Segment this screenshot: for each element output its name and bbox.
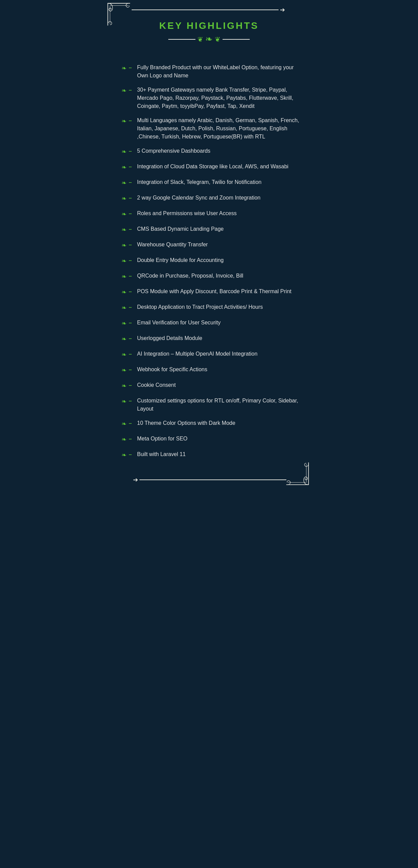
list-item: ❧Double Entry Module for Accounting: [121, 256, 300, 266]
list-item: ❧Built with Laravel 11: [121, 450, 300, 460]
list-item: ❧Integration of Slack, Telegram, Twilio …: [121, 178, 300, 188]
list-item: ❧CMS Based Dynamic Landing Page: [121, 225, 300, 234]
svg-text:❧: ❧: [121, 289, 127, 296]
list-item: ❧2 way Google Calendar Sync and Zoom Int…: [121, 194, 300, 203]
bullet-icon: ❧: [121, 366, 132, 375]
bullet-icon: ❧: [121, 226, 132, 234]
bullet-icon: ❧: [121, 87, 132, 95]
svg-text:❧: ❧: [121, 87, 127, 94]
bullet-icon: ❧: [121, 435, 132, 444]
divider-ornament-right: ❦: [215, 35, 221, 43]
list-item-text: Email Verification for User Security: [137, 319, 300, 327]
list-item-text: Built with Laravel 11: [137, 450, 300, 458]
list-item-text: 2 way Google Calendar Sync and Zoom Inte…: [137, 194, 300, 202]
svg-text:❧: ❧: [121, 336, 127, 342]
list-item: ❧AI Integration – Multiple OpenAI Model …: [121, 350, 300, 359]
svg-text:❧: ❧: [121, 226, 127, 233]
bullet-icon: ❧: [121, 179, 132, 188]
svg-text:❧: ❧: [121, 367, 127, 374]
list-item-text: Double Entry Module for Accounting: [137, 256, 300, 264]
list-item: ❧Roles and Permissions wise User Access: [121, 209, 300, 219]
list-item: ❧Integration of Cloud Data Storage like …: [121, 163, 300, 172]
svg-text:❧: ❧: [121, 452, 127, 458]
list-item-text: Integration of Slack, Telegram, Twilio f…: [137, 178, 300, 186]
corner-ornament-bottom-right: [285, 461, 312, 488]
list-item-text: POS Module with Apply Discount, Barcode …: [137, 287, 300, 296]
list-item-text: Integration of Cloud Data Storage like L…: [137, 163, 300, 171]
divider-ornament-center: ❧: [205, 34, 213, 44]
bullet-icon: ❧: [121, 148, 132, 156]
items-list: ❧Fully Branded Product with our WhiteLab…: [111, 54, 307, 469]
list-item-text: Warehouse Quantity Transfer: [137, 241, 300, 249]
list-item-text: 30+ Payment Gateways namely Bank Transfe…: [137, 86, 300, 110]
svg-text:❧: ❧: [121, 148, 127, 155]
svg-text:❧: ❧: [121, 164, 127, 171]
divider-ornament-left: ❦: [197, 35, 203, 43]
svg-text:❧: ❧: [121, 180, 127, 186]
list-item: ❧Userlogged Details Module: [121, 334, 300, 344]
list-item-text: Multi Languages namely Arabic, Danish, G…: [137, 116, 300, 141]
list-item-text: 10 Theme Color Options with Dark Mode: [137, 419, 300, 427]
list-item: ❧Customized settings options for RTL on/…: [121, 397, 300, 413]
svg-text:❧: ❧: [121, 436, 127, 443]
list-item-text: 5 Comprehensive Dashboards: [137, 147, 300, 155]
bullet-icon: ❧: [121, 319, 132, 328]
bullet-icon: ❧: [121, 288, 132, 297]
bullet-icon: ❧: [121, 64, 132, 73]
list-item-text: Userlogged Details Module: [137, 334, 300, 342]
list-item: ❧POS Module with Apply Discount, Barcode…: [121, 287, 300, 297]
list-item: ❧30+ Payment Gateways namely Bank Transf…: [121, 86, 300, 110]
page-title: KEY HIGHLIGHTS: [118, 20, 300, 31]
svg-text:❧: ❧: [121, 420, 127, 427]
list-item: ❧QRCode in Purchase, Proposal, Invoice, …: [121, 272, 300, 281]
bullet-icon: ❧: [121, 257, 132, 266]
svg-text:❧: ❧: [121, 195, 127, 202]
bullet-icon: ❧: [121, 194, 132, 203]
bullet-icon: ❧: [121, 382, 132, 391]
svg-text:❧: ❧: [121, 351, 127, 358]
svg-text:❧: ❧: [121, 242, 127, 249]
list-item: ❧10 Theme Color Options with Dark Mode: [121, 419, 300, 429]
list-item: ❧Meta Option for SEO: [121, 435, 300, 444]
list-item-text: Cookie Consent: [137, 381, 300, 389]
bottom-line-decoration: ➔: [132, 479, 286, 480]
bullet-icon: ❧: [121, 117, 132, 126]
bullet-icon: ❧: [121, 397, 132, 406]
bullet-icon: ❧: [121, 335, 132, 344]
list-item-text: Roles and Permissions wise User Access: [137, 209, 300, 218]
list-item: ❧Webhook for Specific Actions: [121, 365, 300, 375]
list-item: ❧Fully Branded Product with our WhiteLab…: [121, 63, 300, 80]
list-item-text: Webhook for Specific Actions: [137, 365, 300, 374]
svg-text:❧: ❧: [121, 211, 127, 218]
svg-text:❧: ❧: [121, 398, 127, 405]
header-section: KEY HIGHLIGHTS ❦ ❧ ❦: [111, 3, 307, 54]
svg-text:❧: ❧: [121, 65, 127, 72]
list-item: ❧Multi Languages namely Arabic, Danish, …: [121, 116, 300, 141]
list-item: ❧Desktop Application to Tract Project Ac…: [121, 303, 300, 313]
bullet-icon: ❧: [121, 210, 132, 219]
bullet-icon: ❧: [121, 163, 132, 172]
list-item-text: CMS Based Dynamic Landing Page: [137, 225, 300, 233]
header-divider: ❦ ❧ ❦: [118, 34, 300, 44]
svg-text:❧: ❧: [121, 258, 127, 264]
list-item-text: QRCode in Purchase, Proposal, Invoice, B…: [137, 272, 300, 280]
list-item: ❧Warehouse Quantity Transfer: [121, 241, 300, 250]
list-item: ❧Email Verification for User Security: [121, 319, 300, 328]
page-wrapper: ➔ KEY HIGHLIGHTS ❦ ❧ ❦ ❧Fully Branded Pr…: [104, 0, 314, 490]
svg-text:❧: ❧: [121, 304, 127, 311]
bullet-icon: ❧: [121, 351, 132, 359]
bullet-icon: ❧: [121, 272, 132, 281]
list-item: ❧Cookie Consent: [121, 381, 300, 391]
bullet-icon: ❧: [121, 304, 132, 313]
bullet-icon: ❧: [121, 420, 132, 429]
svg-text:❧: ❧: [121, 273, 127, 280]
bullet-icon: ❧: [121, 241, 132, 250]
list-item-text: Fully Branded Product with our WhiteLabe…: [137, 63, 300, 80]
list-item-text: Customized settings options for RTL on/o…: [137, 397, 300, 413]
svg-text:❧: ❧: [121, 382, 127, 389]
svg-text:❧: ❧: [121, 320, 127, 327]
bullet-icon: ❧: [121, 451, 132, 460]
list-item-text: AI Integration – Multiple OpenAI Model I…: [137, 350, 300, 358]
list-item: ❧5 Comprehensive Dashboards: [121, 147, 300, 156]
svg-text:❧: ❧: [121, 118, 127, 125]
